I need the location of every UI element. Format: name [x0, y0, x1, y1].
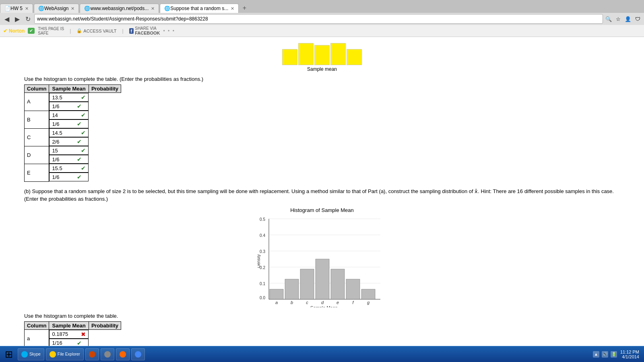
taskbar-explorer[interactable]: File Explorer	[46, 348, 84, 360]
prob-input-c[interactable]	[52, 139, 76, 145]
mean-input-d[interactable]	[52, 148, 80, 154]
skype-icon	[21, 351, 28, 358]
mean-b: ✔	[49, 111, 89, 119]
mean-check-b: ✔	[81, 112, 86, 118]
col-c: C	[25, 128, 49, 146]
norton-safe-label: THIS PAGE IS SAFE	[38, 27, 64, 35]
more-dots[interactable]: • • •	[163, 28, 175, 34]
tray-volume: 🔊	[602, 351, 608, 358]
facebook-label: FACEBOOK	[135, 31, 160, 35]
prob-input-d[interactable]	[52, 156, 76, 162]
yellow-bar-2	[298, 43, 314, 65]
prob-check-b-a: ✔	[77, 340, 82, 346]
sample-mean-label-top: Sample mean	[307, 66, 337, 72]
address-bar-row: ◀ ▶ ↻ 🔍 ☆ 👤 🛡	[0, 13, 644, 25]
instruction-a: Use the histogram to complete the table.…	[24, 76, 620, 82]
mean-input-a[interactable]	[52, 95, 80, 101]
tab-webassign-close[interactable]: ✕	[71, 6, 74, 11]
taskbar-clock: 11:12 PM 4/1/2014	[620, 350, 639, 359]
yellow-bar-1	[282, 49, 297, 65]
svg-text:Sample Mean: Sample Mean	[310, 305, 338, 307]
explorer-icon	[50, 351, 56, 358]
taskbar-calc[interactable]	[101, 348, 114, 360]
tab-suppose[interactable]: 🌐 Suppose that a random s... ✕	[160, 4, 239, 13]
taskbar-skype[interactable]: Skype	[18, 348, 44, 360]
taskbar-media[interactable]	[85, 348, 99, 360]
prob-input-e[interactable]	[52, 174, 76, 180]
prob-check-a: ✔	[77, 103, 82, 109]
tab-pods[interactable]: 🌐 www.webassign.net/pods... ✕	[80, 4, 159, 13]
col-e: E	[25, 164, 49, 181]
browser-chrome: 📄 HW 5 ✕ 🌐 WebAssign ✕ 🌐 www.webassign.n…	[0, 0, 644, 37]
table-a-col-header: Column	[25, 85, 49, 93]
svg-rect-20	[361, 289, 375, 299]
histogram-b-title: Histogram of Sample Mean	[290, 207, 354, 213]
taskbar-chrome[interactable]	[131, 348, 145, 360]
access-vault[interactable]: 🔒 ACCESS VAULT	[76, 28, 116, 33]
taskbar-explorer-label: File Explorer	[58, 352, 80, 356]
problem-b-text: (b) Suppose that a random sample of size…	[24, 187, 620, 203]
tab-hw5-favicon: 📄	[4, 6, 10, 11]
calc-icon	[104, 351, 111, 358]
tray-battery: 🔋	[611, 351, 617, 358]
svg-text:0.4: 0.4	[260, 233, 265, 238]
back-button[interactable]: ◀	[2, 14, 11, 24]
mean-input-b[interactable]	[52, 112, 80, 118]
prob-input-a[interactable]	[52, 103, 76, 109]
mean-check-e: ✔	[81, 165, 86, 171]
prob-input-b[interactable]	[52, 121, 76, 127]
tab-hw5[interactable]: 📄 HW 5 ✕	[0, 4, 33, 13]
person-icon[interactable]: 👤	[624, 15, 632, 23]
table-row: D ✔ ✔	[25, 146, 121, 164]
col-d: D	[25, 146, 49, 164]
mean-input-b-a[interactable]	[52, 331, 80, 337]
prob-d: ✔	[49, 155, 89, 164]
tab-suppose-close[interactable]: ✕	[231, 6, 234, 11]
svg-text:0.1: 0.1	[260, 282, 265, 286]
prob-check-d: ✔	[77, 156, 82, 162]
prob-input-b-a[interactable]	[52, 340, 76, 346]
svg-rect-14	[270, 289, 283, 299]
svg-text:a: a	[275, 300, 278, 305]
prob-c: ✔	[49, 137, 89, 146]
fb-icon: f	[129, 28, 134, 34]
vault-label: ACCESS VAULT	[83, 29, 116, 33]
mean-a: ✔	[49, 93, 89, 102]
col-b: B	[25, 111, 49, 128]
tab-webassign[interactable]: 🌐 WebAssign ✕	[34, 4, 79, 13]
histogram-top: Sample mean	[24, 41, 620, 72]
safe-text: SAFE	[38, 31, 64, 35]
tab-pods-label: www.webassign.net/pods...	[90, 6, 149, 11]
table-a-prob-header: Probability	[89, 85, 121, 93]
tab-hw5-close[interactable]: ✕	[25, 6, 29, 11]
svg-text:Density: Density	[258, 254, 261, 267]
yellow-bar-5	[347, 49, 362, 65]
yellow-bars-chart	[282, 41, 362, 65]
tab-pods-favicon: 🌐	[84, 6, 90, 11]
start-button[interactable]: ⊞	[2, 348, 16, 361]
forward-button[interactable]: ▶	[13, 14, 22, 24]
mean-cross-b-a: ✖	[81, 331, 86, 337]
svg-text:0.5: 0.5	[260, 217, 265, 222]
refresh-button[interactable]: ↻	[23, 14, 33, 24]
svg-text:d: d	[321, 300, 324, 305]
prob-b: ✔	[49, 119, 89, 128]
star-icon[interactable]: ☆	[614, 15, 622, 23]
mean-check-c: ✔	[81, 130, 86, 136]
prob-check-c: ✔	[77, 138, 82, 145]
tray-network: ▲	[593, 351, 599, 358]
prob-check-b: ✔	[77, 121, 82, 127]
share-facebook[interactable]: f SHARE VIA FACEBOOK	[129, 26, 160, 35]
svg-rect-16	[300, 269, 314, 299]
tab-pods-close[interactable]: ✕	[151, 6, 155, 11]
mean-input-e[interactable]	[52, 165, 80, 171]
table-a: Column Sample Mean Probability A ✔ ✔ B	[24, 84, 121, 182]
address-input[interactable]	[34, 14, 603, 24]
mean-input-c[interactable]	[52, 130, 80, 136]
new-tab-button[interactable]: +	[239, 3, 249, 13]
svg-rect-19	[346, 279, 360, 299]
shield-icon[interactable]: 🛡	[634, 15, 642, 23]
taskbar-firefox[interactable]	[116, 348, 130, 360]
search-icon[interactable]: 🔍	[605, 15, 613, 23]
mean-check-d: ✔	[81, 147, 86, 154]
